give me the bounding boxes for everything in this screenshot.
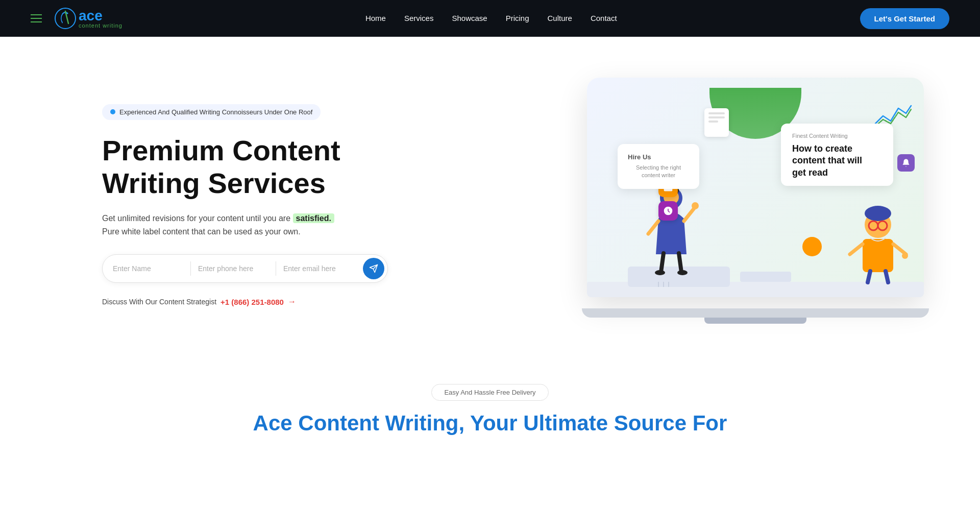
- svg-line-10: [684, 208, 694, 221]
- svg-point-15: [677, 270, 688, 275]
- svg-line-13: [679, 253, 681, 272]
- app-icon-3: [658, 201, 678, 221]
- svg-rect-16: [863, 239, 893, 272]
- hero-badge: Experienced And Qualified Writing Connoi…: [102, 104, 321, 120]
- hero-contact: Discuss With Our Content Strategist +1 (…: [102, 297, 388, 306]
- svg-line-22: [850, 244, 863, 254]
- document-icon: [704, 108, 729, 137]
- nav-pricing[interactable]: Pricing: [506, 14, 529, 22]
- email-input[interactable]: [276, 259, 361, 278]
- phone-number[interactable]: +1 (866) 251-8080: [220, 298, 284, 306]
- bottom-strip: Easy And Hassle Free Delivery Ace Conten…: [0, 364, 980, 446]
- nav-services[interactable]: Services: [404, 14, 434, 22]
- person-right-svg: [847, 203, 909, 285]
- cta-button[interactable]: Let's Get Started: [860, 8, 949, 29]
- phone-input[interactable]: [191, 259, 276, 278]
- hero-form: [102, 254, 388, 283]
- nav-home[interactable]: Home: [365, 14, 386, 22]
- hero-title: Premium Content Writing Services: [102, 134, 388, 200]
- svg-point-18: [865, 206, 891, 221]
- nav-contact[interactable]: Contact: [591, 14, 617, 22]
- name-input[interactable]: [106, 259, 190, 278]
- svg-point-14: [655, 270, 665, 275]
- contact-label: Discuss With Our Content Strategist: [102, 298, 216, 306]
- character-right: [847, 203, 909, 287]
- laptop-wrapper: Hire Us Selecting the right content writ…: [582, 78, 929, 333]
- svg-line-23: [893, 244, 906, 254]
- arrow-icon: →: [288, 297, 296, 306]
- nav-culture[interactable]: Culture: [548, 14, 572, 22]
- notification-badge: [897, 154, 915, 172]
- hero-content: Experienced And Qualified Writing Connoi…: [102, 104, 388, 307]
- svg-line-9: [648, 221, 658, 234]
- logo-icon: [54, 7, 77, 30]
- laptop-base: [582, 308, 929, 318]
- svg-point-24: [902, 253, 908, 259]
- hire-us-card: Hire Us Selecting the right content writ…: [618, 144, 699, 189]
- send-icon: [369, 264, 378, 273]
- hamburger-menu[interactable]: [31, 14, 42, 22]
- navbar: ace content writing Home Services Showca…: [0, 0, 980, 37]
- badge-text: Experienced And Qualified Writing Connoi…: [119, 108, 312, 116]
- screen-content: Hire Us Selecting the right content writ…: [587, 78, 924, 297]
- hero-section: Experienced And Qualified Writing Connoi…: [0, 37, 980, 364]
- svg-point-11: [692, 202, 699, 209]
- send-button[interactable]: [363, 258, 384, 279]
- logo-tagline: content writing: [79, 23, 122, 29]
- svg-line-25: [868, 271, 870, 282]
- svg-rect-29: [740, 272, 791, 282]
- laptop-foot: [704, 318, 806, 324]
- content-card: Finest Content Writing How to create con…: [781, 124, 893, 186]
- svg-line-26: [886, 271, 888, 282]
- hero-description: Get unlimited revisions for your content…: [102, 212, 388, 238]
- nav-links: Home Services Showcase Pricing Culture C…: [365, 14, 617, 23]
- nav-showcase[interactable]: Showcase: [452, 14, 487, 22]
- logo-name: ace: [79, 9, 122, 23]
- laptop-screen: Hire Us Selecting the right content writ…: [587, 78, 924, 297]
- badge-dot: [110, 109, 115, 114]
- bottom-title: Ace Content Writing, Your Ultimate Sourc…: [0, 411, 980, 436]
- logo[interactable]: ace content writing: [54, 7, 122, 30]
- hero-illustration: Hire Us Selecting the right content writ…: [388, 73, 929, 338]
- svg-line-12: [661, 253, 664, 272]
- orange-accent: [802, 237, 822, 256]
- bottom-badge: Easy And Hassle Free Delivery: [431, 384, 548, 401]
